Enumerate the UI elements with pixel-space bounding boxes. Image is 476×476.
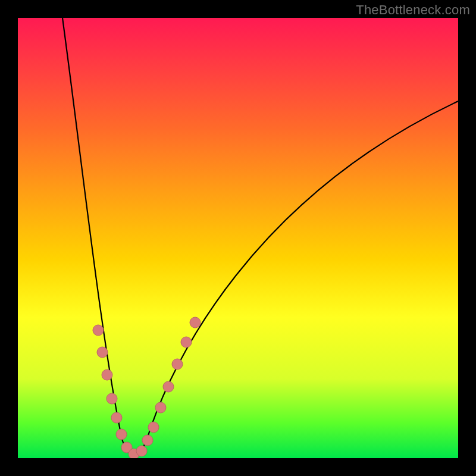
watermark-text: TheBottleneck.com [356, 2, 470, 18]
data-marker [172, 359, 183, 369]
data-marker [116, 429, 127, 440]
bottleneck-curve [62, 18, 458, 453]
marker-group [93, 317, 201, 458]
data-marker [93, 325, 104, 336]
curve-svg [18, 18, 458, 458]
data-marker [155, 402, 166, 413]
data-marker [142, 435, 153, 446]
chart-frame: TheBottleneck.com [0, 0, 476, 476]
data-marker [148, 422, 159, 433]
data-marker [111, 412, 122, 423]
data-marker [181, 337, 192, 347]
data-marker [102, 369, 112, 380]
data-marker [190, 317, 201, 328]
data-marker [136, 446, 147, 456]
data-marker [163, 381, 174, 392]
data-marker [107, 393, 117, 404]
data-marker [97, 347, 108, 358]
plot-area [18, 18, 458, 458]
